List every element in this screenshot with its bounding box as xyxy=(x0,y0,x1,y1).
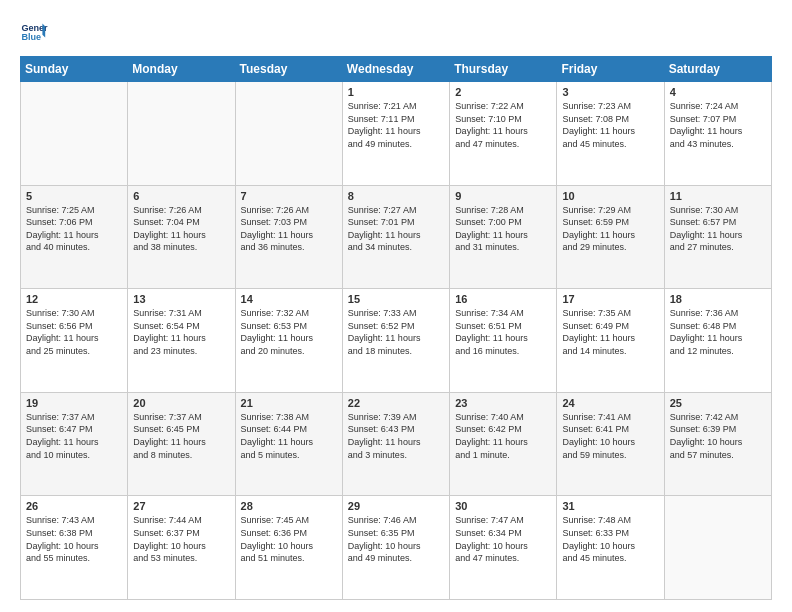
day-info: Sunrise: 7:37 AM Sunset: 6:47 PM Dayligh… xyxy=(26,411,122,461)
day-number: 14 xyxy=(241,293,337,305)
logo-icon: General Blue xyxy=(20,18,48,46)
calendar-day-cell: 5Sunrise: 7:25 AM Sunset: 7:06 PM Daylig… xyxy=(21,185,128,289)
calendar-day-cell: 1Sunrise: 7:21 AM Sunset: 7:11 PM Daylig… xyxy=(342,82,449,186)
calendar-header-cell: Thursday xyxy=(450,57,557,82)
calendar-day-cell: 4Sunrise: 7:24 AM Sunset: 7:07 PM Daylig… xyxy=(664,82,771,186)
day-number: 11 xyxy=(670,190,766,202)
day-info: Sunrise: 7:21 AM Sunset: 7:11 PM Dayligh… xyxy=(348,100,444,150)
day-info: Sunrise: 7:28 AM Sunset: 7:00 PM Dayligh… xyxy=(455,204,551,254)
calendar-day-cell: 19Sunrise: 7:37 AM Sunset: 6:47 PM Dayli… xyxy=(21,392,128,496)
day-info: Sunrise: 7:44 AM Sunset: 6:37 PM Dayligh… xyxy=(133,514,229,564)
calendar-day-cell: 26Sunrise: 7:43 AM Sunset: 6:38 PM Dayli… xyxy=(21,496,128,600)
day-info: Sunrise: 7:26 AM Sunset: 7:03 PM Dayligh… xyxy=(241,204,337,254)
calendar-day-cell: 15Sunrise: 7:33 AM Sunset: 6:52 PM Dayli… xyxy=(342,289,449,393)
day-number: 31 xyxy=(562,500,658,512)
day-number: 21 xyxy=(241,397,337,409)
calendar-header-cell: Tuesday xyxy=(235,57,342,82)
day-number: 28 xyxy=(241,500,337,512)
day-info: Sunrise: 7:45 AM Sunset: 6:36 PM Dayligh… xyxy=(241,514,337,564)
day-info: Sunrise: 7:41 AM Sunset: 6:41 PM Dayligh… xyxy=(562,411,658,461)
day-info: Sunrise: 7:33 AM Sunset: 6:52 PM Dayligh… xyxy=(348,307,444,357)
calendar-day-cell: 16Sunrise: 7:34 AM Sunset: 6:51 PM Dayli… xyxy=(450,289,557,393)
day-number: 6 xyxy=(133,190,229,202)
calendar-day-cell: 18Sunrise: 7:36 AM Sunset: 6:48 PM Dayli… xyxy=(664,289,771,393)
day-number: 29 xyxy=(348,500,444,512)
calendar-day-cell: 12Sunrise: 7:30 AM Sunset: 6:56 PM Dayli… xyxy=(21,289,128,393)
day-info: Sunrise: 7:35 AM Sunset: 6:49 PM Dayligh… xyxy=(562,307,658,357)
day-number: 25 xyxy=(670,397,766,409)
day-number: 23 xyxy=(455,397,551,409)
day-info: Sunrise: 7:38 AM Sunset: 6:44 PM Dayligh… xyxy=(241,411,337,461)
day-info: Sunrise: 7:26 AM Sunset: 7:04 PM Dayligh… xyxy=(133,204,229,254)
day-info: Sunrise: 7:32 AM Sunset: 6:53 PM Dayligh… xyxy=(241,307,337,357)
day-info: Sunrise: 7:42 AM Sunset: 6:39 PM Dayligh… xyxy=(670,411,766,461)
calendar-week-row: 5Sunrise: 7:25 AM Sunset: 7:06 PM Daylig… xyxy=(21,185,772,289)
calendar-day-cell xyxy=(21,82,128,186)
calendar-week-row: 19Sunrise: 7:37 AM Sunset: 6:47 PM Dayli… xyxy=(21,392,772,496)
page: General Blue SundayMondayTuesdayWednesda… xyxy=(0,0,792,612)
calendar-day-cell xyxy=(128,82,235,186)
header: General Blue xyxy=(20,18,772,46)
calendar-day-cell: 6Sunrise: 7:26 AM Sunset: 7:04 PM Daylig… xyxy=(128,185,235,289)
calendar-header-row: SundayMondayTuesdayWednesdayThursdayFrid… xyxy=(21,57,772,82)
calendar-day-cell: 24Sunrise: 7:41 AM Sunset: 6:41 PM Dayli… xyxy=(557,392,664,496)
day-number: 3 xyxy=(562,86,658,98)
day-number: 17 xyxy=(562,293,658,305)
day-number: 10 xyxy=(562,190,658,202)
day-number: 27 xyxy=(133,500,229,512)
calendar-header-cell: Monday xyxy=(128,57,235,82)
calendar-table: SundayMondayTuesdayWednesdayThursdayFrid… xyxy=(20,56,772,600)
day-info: Sunrise: 7:25 AM Sunset: 7:06 PM Dayligh… xyxy=(26,204,122,254)
day-number: 2 xyxy=(455,86,551,98)
day-number: 16 xyxy=(455,293,551,305)
day-info: Sunrise: 7:34 AM Sunset: 6:51 PM Dayligh… xyxy=(455,307,551,357)
calendar-day-cell: 8Sunrise: 7:27 AM Sunset: 7:01 PM Daylig… xyxy=(342,185,449,289)
day-number: 5 xyxy=(26,190,122,202)
day-number: 15 xyxy=(348,293,444,305)
day-number: 12 xyxy=(26,293,122,305)
calendar-day-cell: 28Sunrise: 7:45 AM Sunset: 6:36 PM Dayli… xyxy=(235,496,342,600)
day-info: Sunrise: 7:22 AM Sunset: 7:10 PM Dayligh… xyxy=(455,100,551,150)
day-number: 8 xyxy=(348,190,444,202)
day-number: 30 xyxy=(455,500,551,512)
calendar-day-cell: 2Sunrise: 7:22 AM Sunset: 7:10 PM Daylig… xyxy=(450,82,557,186)
calendar-day-cell: 21Sunrise: 7:38 AM Sunset: 6:44 PM Dayli… xyxy=(235,392,342,496)
calendar-day-cell: 31Sunrise: 7:48 AM Sunset: 6:33 PM Dayli… xyxy=(557,496,664,600)
day-number: 7 xyxy=(241,190,337,202)
day-number: 24 xyxy=(562,397,658,409)
calendar-day-cell: 23Sunrise: 7:40 AM Sunset: 6:42 PM Dayli… xyxy=(450,392,557,496)
day-number: 1 xyxy=(348,86,444,98)
calendar-day-cell: 10Sunrise: 7:29 AM Sunset: 6:59 PM Dayli… xyxy=(557,185,664,289)
day-info: Sunrise: 7:37 AM Sunset: 6:45 PM Dayligh… xyxy=(133,411,229,461)
calendar-week-row: 1Sunrise: 7:21 AM Sunset: 7:11 PM Daylig… xyxy=(21,82,772,186)
calendar-day-cell: 30Sunrise: 7:47 AM Sunset: 6:34 PM Dayli… xyxy=(450,496,557,600)
day-info: Sunrise: 7:29 AM Sunset: 6:59 PM Dayligh… xyxy=(562,204,658,254)
calendar-week-row: 12Sunrise: 7:30 AM Sunset: 6:56 PM Dayli… xyxy=(21,289,772,393)
calendar-day-cell: 29Sunrise: 7:46 AM Sunset: 6:35 PM Dayli… xyxy=(342,496,449,600)
day-number: 22 xyxy=(348,397,444,409)
calendar-day-cell: 17Sunrise: 7:35 AM Sunset: 6:49 PM Dayli… xyxy=(557,289,664,393)
day-info: Sunrise: 7:47 AM Sunset: 6:34 PM Dayligh… xyxy=(455,514,551,564)
day-number: 20 xyxy=(133,397,229,409)
day-number: 26 xyxy=(26,500,122,512)
calendar-day-cell: 14Sunrise: 7:32 AM Sunset: 6:53 PM Dayli… xyxy=(235,289,342,393)
day-info: Sunrise: 7:36 AM Sunset: 6:48 PM Dayligh… xyxy=(670,307,766,357)
calendar-header-cell: Wednesday xyxy=(342,57,449,82)
day-number: 19 xyxy=(26,397,122,409)
day-info: Sunrise: 7:48 AM Sunset: 6:33 PM Dayligh… xyxy=(562,514,658,564)
day-info: Sunrise: 7:30 AM Sunset: 6:57 PM Dayligh… xyxy=(670,204,766,254)
day-number: 4 xyxy=(670,86,766,98)
calendar-header-cell: Sunday xyxy=(21,57,128,82)
calendar-day-cell: 25Sunrise: 7:42 AM Sunset: 6:39 PM Dayli… xyxy=(664,392,771,496)
calendar-day-cell xyxy=(235,82,342,186)
day-info: Sunrise: 7:40 AM Sunset: 6:42 PM Dayligh… xyxy=(455,411,551,461)
calendar-day-cell: 3Sunrise: 7:23 AM Sunset: 7:08 PM Daylig… xyxy=(557,82,664,186)
calendar-day-cell xyxy=(664,496,771,600)
day-info: Sunrise: 7:31 AM Sunset: 6:54 PM Dayligh… xyxy=(133,307,229,357)
calendar-day-cell: 13Sunrise: 7:31 AM Sunset: 6:54 PM Dayli… xyxy=(128,289,235,393)
day-number: 13 xyxy=(133,293,229,305)
svg-text:Blue: Blue xyxy=(21,32,41,42)
logo: General Blue xyxy=(20,18,48,46)
day-info: Sunrise: 7:23 AM Sunset: 7:08 PM Dayligh… xyxy=(562,100,658,150)
calendar-header-cell: Saturday xyxy=(664,57,771,82)
